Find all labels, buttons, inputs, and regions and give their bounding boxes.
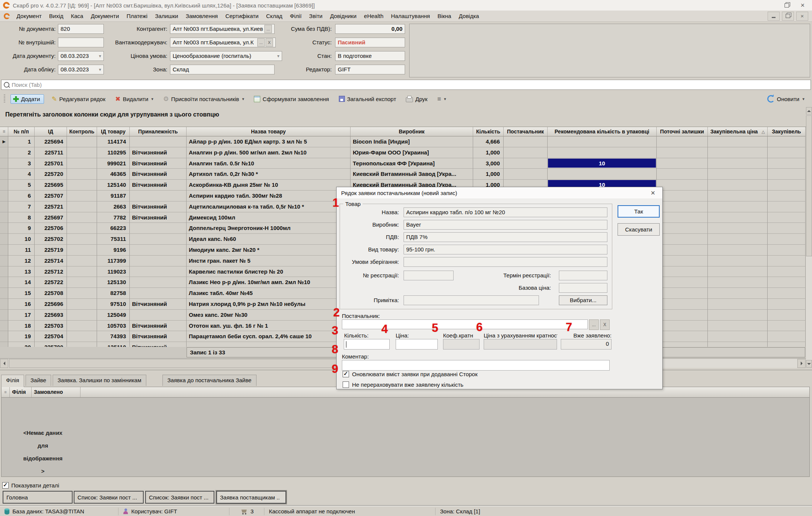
quantity-field[interactable] [344,339,390,350]
print-button[interactable]: Друк [404,94,430,104]
internal-number-field[interactable] [58,38,104,47]
edit-row-button[interactable]: ✎ Редагувати рядок [49,94,108,104]
column-header-Виробник[interactable]: Виробник [351,127,473,136]
menu-item-15[interactable]: Довідка [455,12,483,20]
menu-item-9[interactable]: Філії [286,12,305,20]
menu-item-5[interactable]: Залишки [151,12,182,20]
show-details-checkbox[interactable]: Показувати деталі [2,482,59,489]
toolbar-drag-handle[interactable] [4,94,5,103]
no-recalc-checkbox[interactable]: Не перераховувати вже заявлену кількість [343,381,463,388]
scroll-left-button[interactable] [0,359,8,368]
scroll-up-button[interactable] [806,107,812,115]
scroll-down-button[interactable] [806,360,812,368]
column-header-Кількість[interactable]: Кількість [473,127,504,136]
chevron-down-icon[interactable]: ▾ [99,65,101,74]
column-header-ІД товару[interactable]: ІД товару [97,127,130,136]
mdi-close-button[interactable]: × [796,12,808,21]
table-row[interactable]: 3225701999021ВітчизнянийАналгин табл. 0.… [0,158,806,169]
ok-button[interactable]: Так [618,205,660,218]
menu-item-3[interactable]: Документи [87,12,123,20]
menu-item-6[interactable]: Замовлення [182,12,222,20]
export-button[interactable]: Загальний експорт [337,94,399,104]
ellipsis-button[interactable]: ... [589,319,599,330]
reg-number-field[interactable] [404,271,454,280]
chevron-down-icon[interactable]: ▾ [99,51,101,61]
zone-field[interactable]: Склад [170,65,275,74]
column-header-indicator[interactable]: ≡ [0,127,8,136]
vat-field[interactable]: ПДВ 7% [404,232,607,242]
tab-zalyshky-zaminnyky[interactable]: Заявка. Залишки по замінникам [53,375,146,386]
cancel-button[interactable]: Скасувати [618,223,660,236]
delete-button[interactable]: ✖ Видалити▾ [113,94,156,104]
ellipsis-button[interactable]: ... [257,38,265,47]
column-header-Постачальник[interactable]: Постачальник [504,127,548,136]
chevron-down-icon[interactable]: ▾ [277,51,279,61]
kind-field[interactable]: 95-100 грн. [404,245,607,254]
list-options-button[interactable]: ≡▾ [435,94,448,104]
menu-item-2[interactable]: Каса [67,12,87,20]
detail-col-filia[interactable]: Філія [10,387,32,397]
table-row[interactable]: 422572046365ВітчизнянийАртихол табл. 0,2… [0,169,806,180]
supplier-input[interactable] [342,319,588,329]
base-price-field[interactable] [559,283,607,293]
column-header-№ п/п[interactable]: № п/п [8,127,35,136]
add-button[interactable]: Додати [11,94,44,104]
vertical-scrollbar[interactable] [806,107,812,368]
window-tab-holovna[interactable]: Головна [3,491,73,504]
doc-date-field[interactable]: 08.03.2023▾ [58,51,104,61]
column-header-Рекомендована кількість в упаковці[interactable]: Рекомендована кількість в упаковці [548,127,657,136]
choose-button[interactable]: Вибрати... [559,295,607,305]
account-date-field[interactable]: 08.03.2023▾ [58,65,104,74]
menu-item-8[interactable]: Склад [262,12,286,20]
search-input[interactable]: Поиск (Tab) [1,80,811,90]
menu-item-10[interactable]: Звіти [305,12,326,20]
vertical-scroll-thumb[interactable] [806,115,812,256]
ellipsis-button[interactable]: ... [264,25,272,33]
window-tab-zayavka[interactable]: Заявка поставщикам .. [216,491,286,504]
update-request-checkbox[interactable]: Оновлювати вміст заявки при додаванні Ст… [343,371,478,377]
menu-item-1[interactable]: Вихід [46,12,67,20]
contragent-field[interactable]: Апт №003 пгт.Барышевка, ул.Киев... [170,24,275,34]
window-tab-spysok-1[interactable]: Список: Заявки пост ... [74,491,144,504]
dialog-close-icon[interactable]: × [648,189,658,197]
column-header-ІД[interactable]: ІД [35,127,67,136]
price-field[interactable] [396,339,438,350]
scroll-right-button[interactable] [797,359,806,368]
menu-item-0[interactable]: Документ [13,12,46,20]
column-header-Контроль[interactable]: Контроль [67,127,97,136]
table-row[interactable]: 2225711110295ВітчизнянийАналгин р-р д/ин… [0,147,806,158]
mdi-minimize-button[interactable] [768,12,780,21]
tab-filia[interactable]: Філія [1,375,24,387]
window-tab-spysok-2[interactable]: Список: Заявки пост ... [145,491,214,504]
menu-item-13[interactable]: Налаштування [387,12,434,20]
clear-button[interactable]: X [600,319,610,330]
clear-button[interactable]: X [266,38,273,47]
doc-number-field[interactable]: 820 [58,24,104,34]
comment-field[interactable] [342,360,610,371]
column-header-Приналежність[interactable]: Приналежність [130,127,187,136]
note-field[interactable] [404,295,539,305]
menu-item-7[interactable]: Сертифікати [222,12,262,20]
assign-suppliers-button[interactable]: ⚙ Присвоїти постачальників▾ [161,94,246,104]
maker-field[interactable]: Bayer [404,220,607,230]
mdi-restore-button[interactable] [782,12,794,21]
menu-item-14[interactable]: Вікна [434,12,455,20]
reg-term-field[interactable] [559,271,607,280]
column-header-Поточні залишки[interactable]: Поточні залишки [657,127,708,136]
restore-button[interactable] [780,0,793,10]
detail-col-zamovleno[interactable]: Замовлено [32,387,80,397]
close-button[interactable]: × [796,0,809,10]
name-field[interactable]: Аспирин кардио табл. п/о 100 мг №20 [404,207,607,217]
tab-zayve[interactable]: Зайве [26,375,51,386]
storage-field[interactable] [404,257,607,267]
tab-zayavka-postachalnyka[interactable]: Заявка до постачальника Зайве [162,375,257,386]
refresh-button[interactable]: Оновити▾ [765,94,807,104]
consignee-field[interactable]: Апт №003 пгт.Барышевка, ул.К...X [170,38,276,47]
menu-item-12[interactable]: eHealth [360,12,387,20]
make-order-button[interactable]: Сформувати замовлення [252,94,331,104]
price-condition-field[interactable]: Ценообразование (госпиталь)▾ [170,51,282,61]
column-header-Закупівельна ціна[interactable]: Закупівельна ціна△ [708,127,768,136]
column-header-Назва товару[interactable]: Назва товару [187,127,351,136]
column-header-Закупівель[interactable]: Закупівель [768,127,806,136]
table-row[interactable]: ▶1225694114174Айлар р-р д/ин. 100 ЕД/мл … [0,136,806,147]
